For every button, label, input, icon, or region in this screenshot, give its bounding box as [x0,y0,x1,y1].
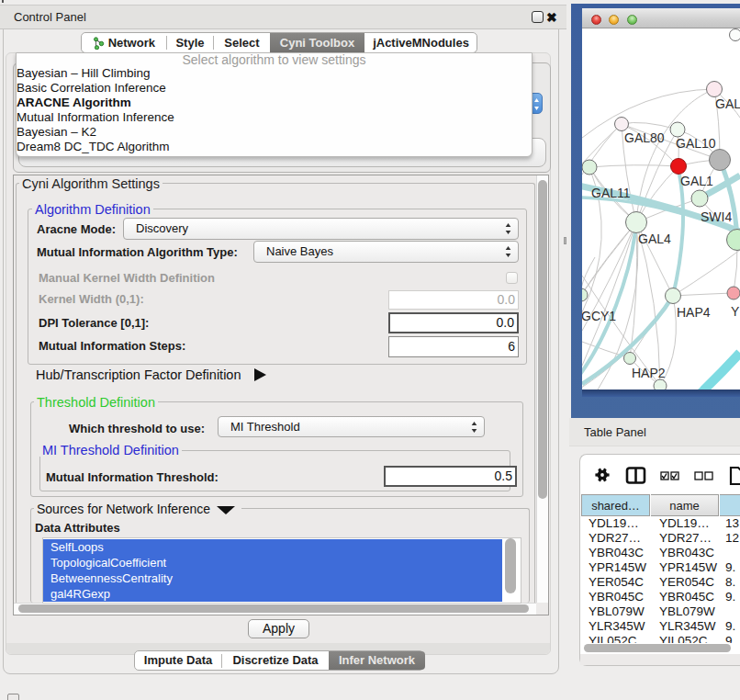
svg-text:HAP2: HAP2 [632,366,666,380]
svg-text:GCY1: GCY1 [582,309,616,323]
svg-text:GAL11: GAL11 [591,186,631,200]
svg-text:GAL4: GAL4 [638,231,671,246]
svg-text:HAP4: HAP4 [677,305,711,320]
svg-text:GAL80: GAL80 [624,130,665,145]
svg-text:GAL2: GAL2 [715,96,740,111]
svg-text:Y: Y [731,304,740,319]
svg-text:GAL1: GAL1 [680,174,713,188]
svg-text:SWI4: SWI4 [701,209,732,224]
svg-text:GAL10: GAL10 [676,136,716,151]
